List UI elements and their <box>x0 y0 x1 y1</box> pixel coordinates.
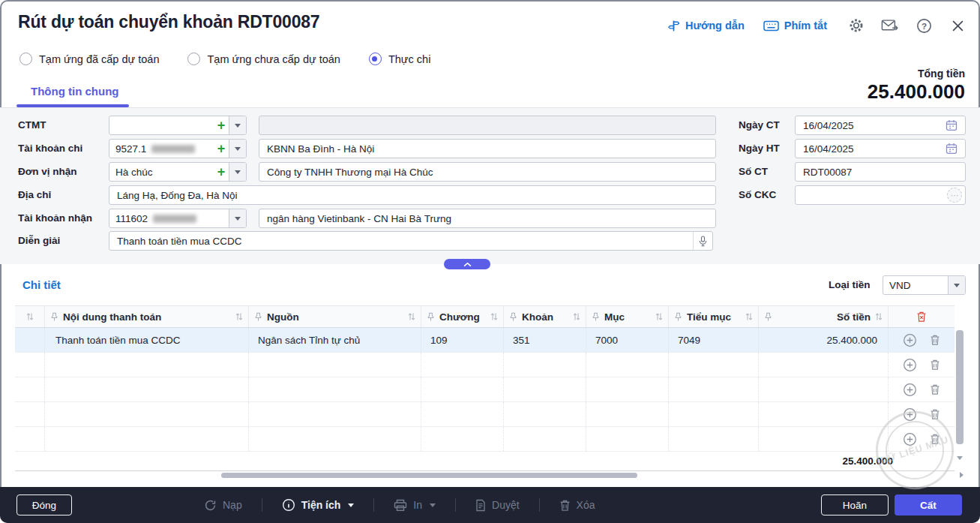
plus-circle-icon[interactable] <box>903 407 917 422</box>
ctmt-code-input[interactable] <box>109 116 214 134</box>
approve-button[interactable]: Duyệt <box>475 499 520 512</box>
so-ct-input[interactable]: RDT00087 <box>795 162 966 182</box>
don-vi-nhan-name-field[interactable]: Công ty TNHH Thương mại Hà Chúc <box>259 162 716 182</box>
close-button[interactable]: Đóng <box>16 494 72 515</box>
currency-select[interactable]: VND <box>883 275 966 295</box>
cell-chuong[interactable]: 109 <box>421 328 504 352</box>
tai-khoan-chi-input[interactable]: 9527.1 <box>109 140 214 158</box>
don-vi-nhan-input[interactable]: Hà chúc <box>109 163 214 181</box>
grid-row-empty[interactable] <box>15 353 955 377</box>
chevron-down-icon <box>430 503 436 507</box>
add-new-icon[interactable]: + <box>214 116 229 134</box>
grid-header-chuong[interactable]: Chương <box>421 306 504 327</box>
grid-header-so-tien[interactable]: Số tiền <box>759 306 889 327</box>
toolbar-separator <box>539 498 540 512</box>
grid-header-khoan[interactable]: Khoản <box>504 306 586 327</box>
tai-khoan-nhan-name-field[interactable]: ngân hàng Vietinbank - CN Hai Bà Trưng <box>259 209 716 228</box>
so-ckc-input[interactable]: ⋯ <box>795 185 966 205</box>
add-new-icon[interactable]: + <box>214 140 229 158</box>
calendar-icon[interactable] <box>946 119 958 131</box>
document-icon <box>475 499 486 512</box>
chevron-down-icon[interactable] <box>229 116 246 134</box>
grid-row-empty[interactable] <box>15 402 955 427</box>
page-title: Rút dự toán chuyển khoản RDT00087 <box>18 12 319 32</box>
dien-giai-input[interactable]: Thanh toán tiền mua CCDC <box>109 231 713 251</box>
plus-circle-icon[interactable] <box>903 432 917 446</box>
tai-khoan-nhan-input[interactable]: 111602 <box>109 209 229 227</box>
gear-icon[interactable] <box>847 17 865 35</box>
vertical-scrollbar[interactable] <box>956 330 964 444</box>
trash-icon[interactable] <box>930 383 940 395</box>
tai-khoan-nhan-combo[interactable]: 111602 <box>109 209 247 228</box>
toolbar-center-group: Nạp Tiện ích In <box>204 487 595 523</box>
chevron-down-icon[interactable] <box>948 276 965 294</box>
add-new-icon[interactable]: + <box>214 163 229 181</box>
bottom-toolbar: Đóng Nạp Tiện ích In <box>0 487 980 523</box>
radio-tam-ung-chua-cap[interactable]: Tạm ứng chưa cấp dự toán <box>187 53 340 65</box>
ngay-ct-input[interactable]: 16/04/2025 <box>795 116 966 135</box>
grid-header-actions[interactable] <box>889 306 955 327</box>
cell-muc[interactable]: 7000 <box>586 328 669 352</box>
grid-header-tieu-muc[interactable]: Tiểu mục <box>669 306 759 327</box>
scroll-right-arrow-icon[interactable] <box>960 472 964 478</box>
trash-icon[interactable] <box>930 334 940 346</box>
info-circle-icon <box>282 498 295 512</box>
cell-so-tien[interactable]: 25.400.000 <box>759 328 889 352</box>
plus-circle-icon[interactable] <box>903 383 917 397</box>
grid-row-empty[interactable] <box>15 427 955 452</box>
toolbar-separator <box>262 498 262 512</box>
utilities-button[interactable]: Tiện ích <box>282 498 355 512</box>
shortcut-link[interactable]: Phím tắt <box>763 20 827 32</box>
grid-header-handle[interactable] <box>15 306 45 327</box>
chevron-down-icon[interactable] <box>229 140 246 158</box>
grid-row[interactable]: Thanh toán tiền mua CCDC Ngân sách Tỉnh … <box>15 328 955 353</box>
don-vi-nhan-combo[interactable]: Hà chúc + <box>109 162 247 182</box>
grid-header-nguon[interactable]: Nguồn <box>249 306 421 327</box>
delete-button[interactable]: Xóa <box>559 499 595 512</box>
radio-tam-ung-da-cap[interactable]: Tạm ứng đã cấp dự toán <box>19 53 159 65</box>
trash-icon[interactable] <box>930 359 940 371</box>
pin-icon <box>592 312 600 322</box>
mail-send-icon[interactable] <box>881 17 899 35</box>
print-button[interactable]: In <box>394 499 436 512</box>
tab-general-info[interactable]: Thông tin chung <box>31 85 118 98</box>
microphone-icon[interactable] <box>693 232 712 250</box>
trash-icon[interactable] <box>930 433 940 445</box>
grid-row-empty[interactable] <box>15 377 955 402</box>
tai-khoan-chi-name-field[interactable]: KBNN Ba Đình - Hà Nội <box>259 139 716 158</box>
scroll-down-arrow-icon[interactable] <box>957 456 963 460</box>
plus-circle-icon[interactable] <box>903 358 917 372</box>
delete-all-icon <box>916 311 927 323</box>
plus-circle-icon[interactable] <box>903 333 917 347</box>
svg-text:?: ? <box>921 20 926 30</box>
radio-circle-icon <box>19 53 32 65</box>
row-handle[interactable] <box>15 328 45 352</box>
postpone-button[interactable]: Hoãn <box>821 494 889 515</box>
close-icon[interactable] <box>949 17 967 35</box>
guide-link[interactable]: Hướng dẫn <box>667 20 745 32</box>
cell-noi-dung[interactable]: Thanh toán tiền mua CCDC <box>45 328 249 352</box>
help-circle-icon[interactable]: ? <box>915 17 933 35</box>
cell-tieu-muc[interactable]: 7049 <box>669 328 759 352</box>
pin-icon <box>427 312 435 322</box>
grid-header-muc[interactable]: Mục <box>586 306 669 327</box>
calendar-icon[interactable] <box>946 143 958 155</box>
ellipsis-picker-icon[interactable]: ⋯ <box>947 188 962 203</box>
cell-khoan[interactable]: 351 <box>504 328 586 352</box>
ctmt-combo[interactable]: + <box>109 116 247 135</box>
grid-header-noi-dung[interactable]: Nội dung thanh toán <box>45 306 249 327</box>
trash-icon[interactable] <box>930 408 940 420</box>
reload-button[interactable]: Nạp <box>204 499 242 512</box>
chevron-down-icon[interactable] <box>229 209 246 227</box>
voucher-type-radios: Tạm ứng đã cấp dự toán Tạm ứng chưa cấp … <box>19 53 430 65</box>
ngay-ht-input[interactable]: 16/04/2025 <box>795 139 966 158</box>
collapse-form-button[interactable] <box>444 259 490 269</box>
cell-nguon[interactable]: Ngân sách Tỉnh tự chủ <box>249 328 421 352</box>
dia-chi-input[interactable]: Láng Hạ, Đống Đa, Hà Nội <box>109 185 716 205</box>
radio-thuc-chi[interactable]: Thực chi <box>369 53 430 65</box>
save-button[interactable]: Cất <box>895 494 962 515</box>
horizontal-scrollbar[interactable] <box>221 473 637 478</box>
header-actions: Hướng dẫn Phím tắt ? <box>667 17 967 35</box>
tai-khoan-chi-combo[interactable]: 9527.1 + <box>109 139 247 158</box>
chevron-down-icon[interactable] <box>229 163 246 181</box>
